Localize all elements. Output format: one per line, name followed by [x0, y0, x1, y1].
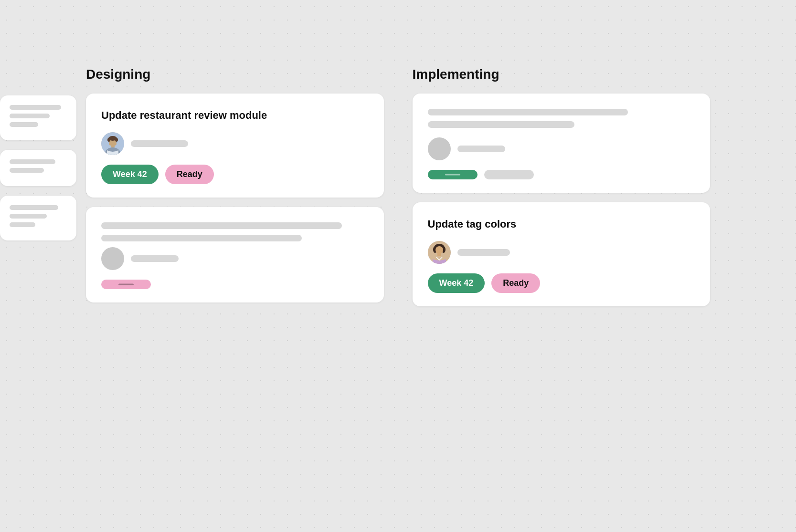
card-meta: [101, 132, 369, 155]
tag-green-empty[interactable]: [428, 170, 478, 179]
side-card-line: [10, 159, 55, 164]
avatar-placeholder: [428, 137, 451, 160]
card-meta: [428, 241, 695, 264]
card-tags: Week 42 Ready: [428, 273, 695, 293]
card-placeholder-2[interactable]: [413, 94, 711, 193]
tag-week[interactable]: Week 42: [101, 165, 159, 184]
column-header-implementing: Implementing: [413, 67, 711, 82]
card-meta: [101, 247, 369, 270]
tag-ready[interactable]: Ready: [165, 165, 214, 184]
column-designing: Designing Update restaurant review modul…: [86, 67, 384, 465]
card-restaurant-review[interactable]: Update restaurant review module: [86, 94, 384, 198]
column-header-designing: Designing: [86, 67, 384, 82]
cards-list-designing: Update restaurant review module: [86, 94, 384, 303]
card-tags: Week 42 Ready: [101, 165, 369, 184]
tag-ready[interactable]: Ready: [491, 273, 540, 293]
side-cards-panel: [0, 95, 76, 240]
svg-point-7: [115, 138, 118, 142]
card-placeholder-1[interactable]: [86, 207, 384, 303]
side-card-3: [0, 196, 76, 240]
svg-point-14: [435, 246, 443, 254]
placeholder-line: [428, 109, 628, 115]
card-tags: [428, 170, 695, 179]
placeholder-line: [101, 222, 342, 229]
placeholder-line: [101, 235, 302, 241]
card-tag-colors[interactable]: Update tag colors: [413, 202, 711, 306]
avatar: [428, 241, 451, 264]
side-card-2: [0, 150, 76, 186]
column-implementing: Implementing Update tag colors: [413, 67, 711, 465]
name-placeholder: [131, 255, 179, 262]
card-title: Update restaurant review module: [101, 109, 369, 123]
side-card-line: [10, 114, 50, 118]
svg-rect-8: [111, 145, 115, 147]
avatar: [101, 132, 124, 155]
kanban-board: Designing Update restaurant review modul…: [0, 0, 796, 532]
svg-point-6: [107, 138, 110, 142]
card-tags: [101, 280, 369, 289]
avatar-image: [101, 132, 124, 155]
side-card-1: [0, 95, 76, 140]
card-title: Update tag colors: [428, 218, 695, 231]
svg-rect-15: [437, 253, 441, 256]
name-placeholder: [457, 249, 510, 256]
placeholder-line: [428, 121, 575, 128]
card-meta: [428, 137, 695, 160]
side-card-line: [10, 122, 38, 127]
cards-list-implementing: Update tag colors: [413, 94, 711, 306]
tag-gray-empty[interactable]: [484, 170, 534, 179]
side-card-line: [10, 205, 58, 210]
side-card-line: [10, 214, 47, 219]
avatar-image: [428, 241, 451, 264]
avatar-placeholder: [101, 247, 124, 270]
side-card-line: [10, 222, 35, 227]
side-card-line: [10, 168, 44, 173]
tag-week[interactable]: Week 42: [428, 273, 485, 293]
name-placeholder: [457, 146, 505, 152]
name-placeholder: [131, 140, 188, 147]
side-card-line: [10, 105, 61, 110]
tag-pink-empty[interactable]: [101, 280, 151, 289]
